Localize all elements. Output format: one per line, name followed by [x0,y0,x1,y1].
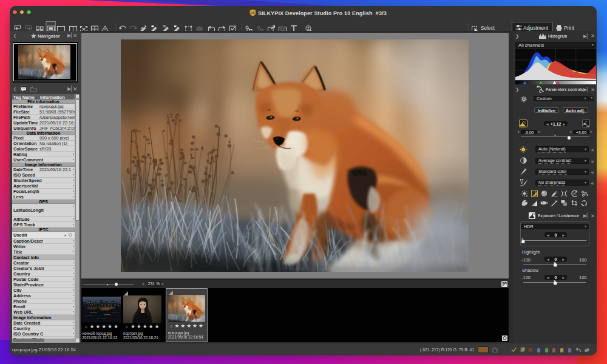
svg-text:Adjustment: Adjustment [523,25,549,31]
svg-text:bc: bc [586,124,589,127]
svg-text:10: 10 [251,11,254,15]
svg-text:Print: Print [564,25,575,31]
svg-text:Select: Select [481,25,495,31]
